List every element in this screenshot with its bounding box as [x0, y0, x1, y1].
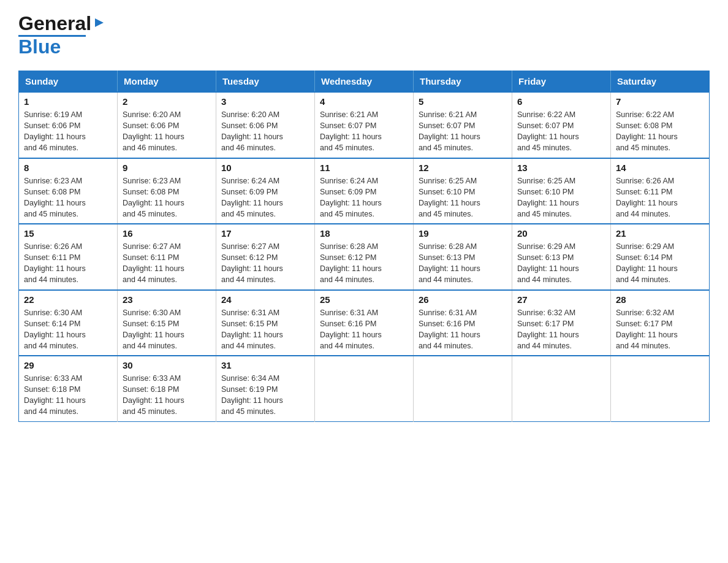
calendar-cell: 27 Sunrise: 6:32 AM Sunset: 6:17 PM Dayl… — [512, 290, 611, 356]
day-info: Sunrise: 6:21 AM Sunset: 6:07 PM Dayligh… — [320, 109, 408, 154]
calendar-cell: 3 Sunrise: 6:20 AM Sunset: 6:06 PM Dayli… — [216, 92, 315, 158]
header-tuesday: Tuesday — [216, 71, 315, 93]
calendar-cell: 1 Sunrise: 6:19 AM Sunset: 6:06 PM Dayli… — [19, 92, 118, 158]
calendar-cell: 20 Sunrise: 6:29 AM Sunset: 6:13 PM Dayl… — [512, 224, 611, 290]
calendar-table: SundayMondayTuesdayWednesdayThursdayFrid… — [18, 71, 710, 422]
day-number: 31 — [221, 360, 309, 370]
day-info: Sunrise: 6:26 AM Sunset: 6:11 PM Dayligh… — [616, 175, 704, 220]
logo: General Blue — [18, 12, 106, 58]
calendar-cell: 23 Sunrise: 6:30 AM Sunset: 6:15 PM Dayl… — [118, 290, 216, 356]
day-number: 14 — [616, 163, 704, 173]
day-number: 8 — [24, 163, 112, 173]
calendar-cell: 17 Sunrise: 6:27 AM Sunset: 6:12 PM Dayl… — [216, 224, 315, 290]
logo-triangle-icon — [93, 16, 106, 29]
day-info: Sunrise: 6:21 AM Sunset: 6:07 PM Dayligh… — [419, 109, 507, 154]
calendar-cell: 8 Sunrise: 6:23 AM Sunset: 6:08 PM Dayli… — [19, 158, 118, 224]
day-number: 13 — [517, 163, 605, 173]
calendar-cell: 29 Sunrise: 6:33 AM Sunset: 6:18 PM Dayl… — [19, 356, 118, 421]
page-header: General Blue — [18, 12, 710, 58]
day-number: 17 — [221, 228, 309, 239]
calendar-cell: 13 Sunrise: 6:25 AM Sunset: 6:10 PM Dayl… — [512, 158, 611, 224]
calendar-cell: 28 Sunrise: 6:32 AM Sunset: 6:17 PM Dayl… — [611, 290, 710, 356]
day-number: 2 — [123, 96, 211, 107]
day-number: 4 — [320, 96, 408, 107]
logo-blue-text: Blue — [18, 36, 61, 58]
calendar-cell — [611, 356, 710, 421]
day-number: 26 — [419, 294, 507, 305]
day-number: 18 — [320, 228, 408, 239]
calendar-cell: 5 Sunrise: 6:21 AM Sunset: 6:07 PM Dayli… — [414, 92, 512, 158]
calendar-cell: 11 Sunrise: 6:24 AM Sunset: 6:09 PM Dayl… — [315, 158, 414, 224]
day-info: Sunrise: 6:31 AM Sunset: 6:16 PM Dayligh… — [419, 307, 507, 352]
day-number: 5 — [419, 96, 507, 107]
day-info: Sunrise: 6:33 AM Sunset: 6:18 PM Dayligh… — [24, 373, 112, 418]
calendar-cell: 18 Sunrise: 6:28 AM Sunset: 6:12 PM Dayl… — [315, 224, 414, 290]
calendar-cell: 7 Sunrise: 6:22 AM Sunset: 6:08 PM Dayli… — [611, 92, 710, 158]
calendar-cell: 21 Sunrise: 6:29 AM Sunset: 6:14 PM Dayl… — [611, 224, 710, 290]
calendar-header-row: SundayMondayTuesdayWednesdayThursdayFrid… — [19, 71, 710, 93]
calendar-cell: 22 Sunrise: 6:30 AM Sunset: 6:14 PM Dayl… — [19, 290, 118, 356]
day-info: Sunrise: 6:32 AM Sunset: 6:17 PM Dayligh… — [517, 307, 605, 352]
day-info: Sunrise: 6:24 AM Sunset: 6:09 PM Dayligh… — [221, 175, 309, 220]
day-number: 1 — [24, 96, 112, 107]
day-number: 23 — [123, 294, 211, 305]
day-info: Sunrise: 6:31 AM Sunset: 6:15 PM Dayligh… — [221, 307, 309, 352]
calendar-cell: 12 Sunrise: 6:25 AM Sunset: 6:10 PM Dayl… — [414, 158, 512, 224]
logo-general-text: General — [18, 12, 91, 35]
calendar-week-4: 22 Sunrise: 6:30 AM Sunset: 6:14 PM Dayl… — [19, 290, 710, 356]
calendar-cell: 19 Sunrise: 6:28 AM Sunset: 6:13 PM Dayl… — [414, 224, 512, 290]
day-info: Sunrise: 6:30 AM Sunset: 6:15 PM Dayligh… — [123, 307, 211, 352]
day-info: Sunrise: 6:20 AM Sunset: 6:06 PM Dayligh… — [221, 109, 309, 154]
day-number: 9 — [123, 163, 211, 173]
day-info: Sunrise: 6:25 AM Sunset: 6:10 PM Dayligh… — [419, 175, 507, 220]
day-number: 3 — [221, 96, 309, 107]
day-number: 29 — [24, 360, 112, 370]
calendar-cell: 31 Sunrise: 6:34 AM Sunset: 6:19 PM Dayl… — [216, 356, 315, 421]
calendar-week-5: 29 Sunrise: 6:33 AM Sunset: 6:18 PM Dayl… — [19, 356, 710, 421]
day-number: 27 — [517, 294, 605, 305]
day-number: 30 — [123, 360, 211, 370]
calendar-cell: 24 Sunrise: 6:31 AM Sunset: 6:15 PM Dayl… — [216, 290, 315, 356]
day-number: 10 — [221, 163, 309, 173]
header-sunday: Sunday — [19, 71, 118, 93]
calendar-cell: 14 Sunrise: 6:26 AM Sunset: 6:11 PM Dayl… — [611, 158, 710, 224]
day-number: 28 — [616, 294, 704, 305]
day-number: 11 — [320, 163, 408, 173]
day-info: Sunrise: 6:19 AM Sunset: 6:06 PM Dayligh… — [24, 109, 112, 154]
day-info: Sunrise: 6:23 AM Sunset: 6:08 PM Dayligh… — [24, 175, 112, 220]
day-info: Sunrise: 6:22 AM Sunset: 6:08 PM Dayligh… — [616, 109, 704, 154]
day-info: Sunrise: 6:23 AM Sunset: 6:08 PM Dayligh… — [123, 175, 211, 220]
day-number: 15 — [24, 228, 112, 239]
calendar-cell — [414, 356, 512, 421]
header-friday: Friday — [512, 71, 611, 93]
day-number: 21 — [616, 228, 704, 239]
day-info: Sunrise: 6:26 AM Sunset: 6:11 PM Dayligh… — [24, 241, 112, 286]
day-info: Sunrise: 6:28 AM Sunset: 6:13 PM Dayligh… — [419, 241, 507, 286]
day-info: Sunrise: 6:27 AM Sunset: 6:11 PM Dayligh… — [123, 241, 211, 286]
day-info: Sunrise: 6:22 AM Sunset: 6:07 PM Dayligh… — [517, 109, 605, 154]
day-info: Sunrise: 6:32 AM Sunset: 6:17 PM Dayligh… — [616, 307, 704, 352]
day-info: Sunrise: 6:31 AM Sunset: 6:16 PM Dayligh… — [320, 307, 408, 352]
calendar-cell — [315, 356, 414, 421]
calendar-week-2: 8 Sunrise: 6:23 AM Sunset: 6:08 PM Dayli… — [19, 158, 710, 224]
calendar-cell — [512, 356, 611, 421]
calendar-week-1: 1 Sunrise: 6:19 AM Sunset: 6:06 PM Dayli… — [19, 92, 710, 158]
calendar-week-3: 15 Sunrise: 6:26 AM Sunset: 6:11 PM Dayl… — [19, 224, 710, 290]
day-number: 7 — [616, 96, 704, 107]
calendar-cell: 4 Sunrise: 6:21 AM Sunset: 6:07 PM Dayli… — [315, 92, 414, 158]
day-info: Sunrise: 6:27 AM Sunset: 6:12 PM Dayligh… — [221, 241, 309, 286]
day-number: 25 — [320, 294, 408, 305]
day-number: 24 — [221, 294, 309, 305]
svg-marker-0 — [95, 18, 104, 27]
calendar-cell: 2 Sunrise: 6:20 AM Sunset: 6:06 PM Dayli… — [118, 92, 216, 158]
day-info: Sunrise: 6:28 AM Sunset: 6:12 PM Dayligh… — [320, 241, 408, 286]
calendar-cell: 10 Sunrise: 6:24 AM Sunset: 6:09 PM Dayl… — [216, 158, 315, 224]
day-number: 20 — [517, 228, 605, 239]
day-info: Sunrise: 6:34 AM Sunset: 6:19 PM Dayligh… — [221, 373, 309, 418]
day-info: Sunrise: 6:24 AM Sunset: 6:09 PM Dayligh… — [320, 175, 408, 220]
day-info: Sunrise: 6:25 AM Sunset: 6:10 PM Dayligh… — [517, 175, 605, 220]
day-number: 22 — [24, 294, 112, 305]
header-saturday: Saturday — [611, 71, 710, 93]
day-info: Sunrise: 6:20 AM Sunset: 6:06 PM Dayligh… — [123, 109, 211, 154]
day-info: Sunrise: 6:29 AM Sunset: 6:14 PM Dayligh… — [616, 241, 704, 286]
